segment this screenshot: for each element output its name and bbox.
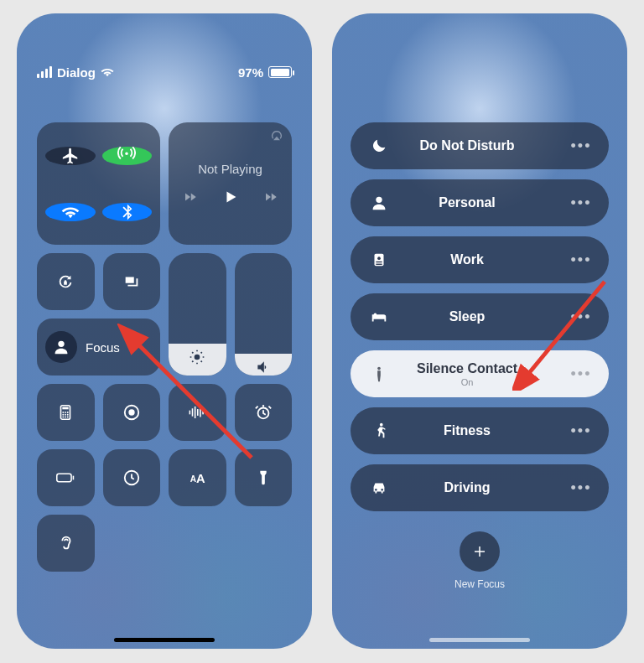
more-button[interactable]: ••• [570,137,592,155]
svg-rect-27 [200,408,201,417]
svg-point-22 [128,409,134,415]
play-button[interactable] [221,188,240,210]
svg-rect-11 [63,407,69,410]
bluetooth-button[interactable] [102,203,153,221]
wifi-button[interactable] [45,203,96,221]
screen-record-button[interactable] [103,384,161,441]
flashlight-button[interactable] [235,449,293,506]
svg-point-19 [65,417,66,418]
airplay-icon [270,129,283,142]
lock-rotate-icon [56,272,75,291]
svg-point-15 [63,414,65,416]
focus-row-silence-contact[interactable]: Silence Contact On ••• [351,350,609,397]
control-center-screen: Dialog 97% Not Playing [17,13,312,649]
more-button[interactable]: ••• [570,194,592,212]
person-icon [52,338,70,356]
svg-rect-28 [203,411,205,415]
text-size-icon: AA [188,469,206,487]
volume-slider[interactable] [235,253,293,376]
focus-row-sublabel: On [364,377,570,387]
svg-point-14 [67,412,69,413]
focus-mode-icon-wrap [45,331,77,363]
svg-point-18 [63,417,65,418]
focus-row-label: Work [364,252,570,267]
more-button[interactable]: ••• [570,365,592,383]
calculator-icon [56,403,75,422]
screen-mirroring-button[interactable] [103,253,161,310]
svg-rect-24 [192,408,194,416]
focus-row-label: Do Not Disturb [364,138,570,153]
ear-icon [56,534,75,552]
orientation-lock-button[interactable] [37,253,95,310]
cellular-data-button[interactable] [102,147,153,165]
home-indicator[interactable] [429,638,530,642]
rectangles-icon [122,272,141,291]
focus-row-driving[interactable]: Driving ••• [351,464,609,511]
home-indicator[interactable] [114,638,215,642]
svg-point-16 [65,414,66,416]
previous-button[interactable] [183,189,198,208]
focus-row-label: Personal [364,195,570,210]
svg-point-17 [67,414,69,416]
media-title: Not Playing [198,162,262,176]
next-button[interactable] [263,189,278,208]
low-power-button[interactable] [37,449,95,506]
battery-percentage: 97% [238,65,263,80]
timer-icon [122,469,141,487]
wifi-icon [101,65,114,79]
waveform-icon [188,403,206,422]
alarm-button[interactable] [235,384,293,441]
airplane-mode-button[interactable] [45,147,96,165]
svg-rect-31 [262,405,264,406]
svg-point-20 [67,417,69,418]
antenna-icon [117,147,136,165]
more-button[interactable]: ••• [570,479,592,497]
media-tile[interactable]: Not Playing [169,122,292,245]
focus-row-sleep[interactable]: Sleep ••• [351,293,609,340]
focus-row-label: Fitness [364,423,570,438]
svg-line-5 [192,352,193,353]
svg-text:A: A [196,472,205,485]
sun-icon [189,349,205,365]
battery-icon [268,66,292,78]
airplane-icon [61,147,80,165]
svg-point-0 [195,355,200,360]
focus-row-label: Driving [364,480,570,495]
more-button[interactable]: ••• [570,251,592,269]
hearing-button[interactable] [37,515,95,572]
battery-outline-icon [56,469,75,487]
svg-rect-26 [197,409,199,416]
focus-row-fitness[interactable]: Fitness ••• [351,407,609,454]
svg-rect-25 [195,407,196,418]
voice-memo-button[interactable] [169,384,226,441]
more-button[interactable]: ••• [570,422,592,440]
calculator-button[interactable] [37,384,95,441]
text-size-button[interactable]: AA [169,449,226,506]
focus-row-label: Silence Contact On [364,361,570,387]
svg-line-8 [201,352,202,353]
focus-row-do-not-disturb[interactable]: Do Not Disturb ••• [351,122,609,169]
focus-label: Focus [86,340,120,355]
alarm-clock-icon [254,403,273,422]
timer-button[interactable] [103,449,161,506]
new-focus-button[interactable] [460,531,500,572]
new-focus: New Focus [351,531,609,590]
focus-row-label: Sleep [364,309,570,324]
brightness-slider[interactable] [169,253,226,376]
svg-point-9 [58,341,64,347]
svg-rect-33 [73,476,75,480]
bluetooth-icon [117,203,136,221]
cellular-signal-icon [37,66,52,78]
focus-button[interactable]: Focus [37,319,160,376]
media-controls [183,188,278,210]
connectivity-tile[interactable] [37,122,160,245]
carrier-label: Dialog [57,65,96,80]
control-center-grid: Not Playing Focus [37,122,292,572]
more-button[interactable]: ••• [570,308,592,326]
status-bar: Dialog 97% [17,13,312,87]
speaker-icon [255,359,272,376]
svg-point-12 [63,412,65,413]
focus-row-work[interactable]: Work ••• [351,236,609,283]
focus-row-personal[interactable]: Personal ••• [351,179,609,226]
focus-menu-screen: Do Not Disturb ••• Personal ••• Work •••… [332,13,627,649]
